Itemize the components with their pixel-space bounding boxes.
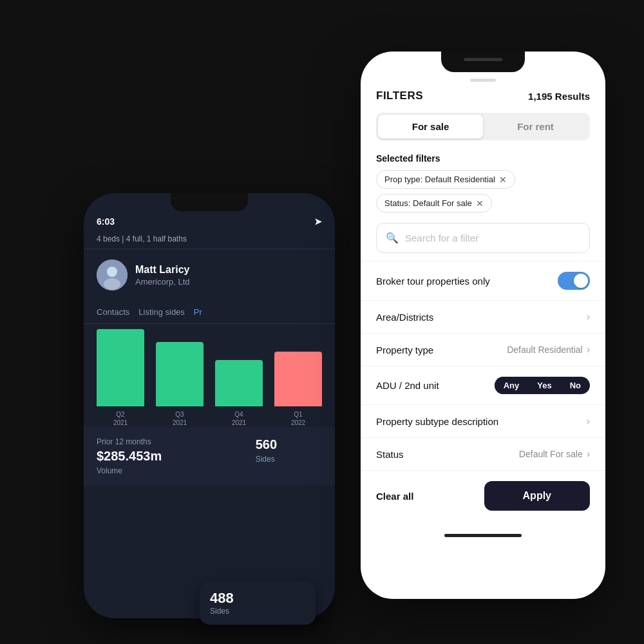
property-type-chevron-icon: › xyxy=(587,344,590,355)
small-stats-card: 488 Sides xyxy=(200,581,316,625)
chip-prop-type-remove[interactable]: ✕ xyxy=(499,175,507,184)
tab-for-rent[interactable]: For rent xyxy=(483,115,588,138)
subtype-label: Property subtype description xyxy=(376,416,498,427)
bar-q3 xyxy=(156,342,204,406)
user-name: Matt Laricy xyxy=(135,264,190,276)
search-icon: 🔍 xyxy=(386,232,399,244)
front-phone-inner: FILTERS 1,195 Results For sale For rent … xyxy=(361,72,605,599)
filter-row-area[interactable]: Area/Districts › xyxy=(361,300,605,333)
property-type-value: Default Residential › xyxy=(507,344,590,355)
chip-status[interactable]: Status: Default For sale ✕ xyxy=(376,194,492,213)
filter-row-broker-tour[interactable]: Broker tour properties only xyxy=(361,261,605,300)
tab-for-sale[interactable]: For sale xyxy=(378,115,483,138)
stats-row: Prior 12 months $285.453m Volume 560 Sid… xyxy=(84,427,335,486)
user-info-row: Matt Laricy Americorp, Ltd xyxy=(84,249,335,301)
bar-q2-2021: Q22021 xyxy=(97,329,144,427)
bar-label-q1: Q12022 xyxy=(291,410,305,427)
stat-sides: 560 Sides xyxy=(243,427,335,486)
notch-pill xyxy=(464,58,502,61)
bottom-action-bar: Clear all Apply xyxy=(361,470,605,529)
property-type-value-text: Default Residential xyxy=(507,345,583,355)
stat-sides-sublabel: Sides xyxy=(256,455,322,464)
broker-tour-label: Broker tour properties only xyxy=(376,276,490,287)
back-phone-location-icon: ➤ xyxy=(314,216,322,227)
back-phone-tabs: Contacts Listing sides Pr xyxy=(84,301,335,324)
svg-point-1 xyxy=(107,267,117,277)
back-phone-notch xyxy=(171,193,248,211)
clear-all-button[interactable]: Clear all xyxy=(376,491,413,502)
svg-point-2 xyxy=(104,278,120,290)
bar-q1 xyxy=(274,352,322,406)
back-phone: 6:03 ➤ 4 beds | 4 full, 1 half baths Mat… xyxy=(84,193,335,618)
sale-rent-tabs[interactable]: For sale For rent xyxy=(376,113,590,140)
search-placeholder: Search for a filter xyxy=(405,232,478,243)
broker-tour-toggle[interactable] xyxy=(558,272,590,290)
stat-sides-value: 560 xyxy=(256,437,322,452)
tab-listing-sides[interactable]: Listing sides xyxy=(138,301,194,323)
selected-filters-label: Selected filters xyxy=(361,153,605,170)
area-value: › xyxy=(587,311,590,323)
stat-volume: Prior 12 months $285.453m Volume xyxy=(84,427,243,486)
adu-option-no[interactable]: No xyxy=(561,377,590,394)
bar-q4-2021: Q42021 xyxy=(215,360,263,427)
tab-pr[interactable]: Pr xyxy=(194,301,211,323)
back-phone-time: 6:03 xyxy=(97,216,115,227)
chip-status-remove[interactable]: ✕ xyxy=(476,199,484,208)
filters-title: FILTERS xyxy=(376,90,423,102)
filters-results: 1,195 Results xyxy=(528,91,590,102)
bar-label-q2: Q22021 xyxy=(113,410,128,427)
stat-prior-label: Prior 12 months xyxy=(97,437,230,446)
adu-option-yes[interactable]: Yes xyxy=(528,377,560,394)
apply-button[interactable]: Apply xyxy=(484,481,590,511)
filter-row-subtype[interactable]: Property subtype description › xyxy=(361,404,605,437)
property-beds-baths: 4 beds | 4 full, 1 half baths xyxy=(97,234,187,243)
bar-q1-2022: Q12022 xyxy=(274,352,322,427)
status-chevron-icon: › xyxy=(587,448,590,460)
filters-header: FILTERS 1,195 Results xyxy=(361,82,605,113)
bar-chart: Q22021 Q32021 Q42021 Q12022 xyxy=(84,324,335,427)
user-company: Americorp, Ltd xyxy=(135,277,190,287)
bar-label-q3: Q32021 xyxy=(173,410,187,427)
chip-prop-type[interactable]: Prop type: Default Residential ✕ xyxy=(376,170,515,189)
stat-volume-value: $285.453m xyxy=(97,449,230,464)
status-label: Status xyxy=(376,449,404,460)
small-card-value: 488 xyxy=(210,590,305,607)
filter-chips-container: Prop type: Default Residential ✕ Status:… xyxy=(361,170,605,223)
chip-prop-type-label: Prop type: Default Residential xyxy=(384,175,495,184)
status-value: Default For sale › xyxy=(519,448,590,460)
status-value-text: Default For sale xyxy=(519,449,583,459)
bar-q2 xyxy=(97,329,144,406)
bar-q4 xyxy=(215,360,263,406)
front-phone-notch xyxy=(441,52,525,72)
bar-label-q4: Q42021 xyxy=(232,410,246,427)
area-label: Area/Districts xyxy=(376,312,433,323)
back-phone-property-header: 4 beds | 4 full, 1 half baths xyxy=(84,232,335,249)
subtype-chevron-icon: › xyxy=(587,415,590,427)
filter-row-property-type[interactable]: Property type Default Residential › xyxy=(361,333,605,366)
front-phone: FILTERS 1,195 Results For sale For rent … xyxy=(361,52,605,599)
adu-options-group[interactable]: Any Yes No xyxy=(495,377,590,394)
stat-volume-sublabel: Volume xyxy=(97,466,230,475)
area-chevron-icon: › xyxy=(587,311,590,323)
small-card-label: Sides xyxy=(210,607,305,616)
tab-contacts[interactable]: Contacts xyxy=(97,301,138,323)
user-details: Matt Laricy Americorp, Ltd xyxy=(135,264,190,287)
adu-option-any[interactable]: Any xyxy=(495,377,529,394)
home-indicator xyxy=(444,534,522,537)
subtype-value: › xyxy=(587,415,590,427)
adu-label: ADU / 2nd unit xyxy=(376,380,439,391)
bar-q3-2021: Q32021 xyxy=(156,342,204,427)
avatar xyxy=(97,260,128,290)
filter-row-adu[interactable]: ADU / 2nd unit Any Yes No xyxy=(361,366,605,404)
filter-search-bar[interactable]: 🔍 Search for a filter xyxy=(376,223,590,253)
property-type-label: Property type xyxy=(376,345,433,355)
filter-row-status[interactable]: Status Default For sale › xyxy=(361,437,605,470)
chip-status-label: Status: Default For sale xyxy=(384,198,472,208)
